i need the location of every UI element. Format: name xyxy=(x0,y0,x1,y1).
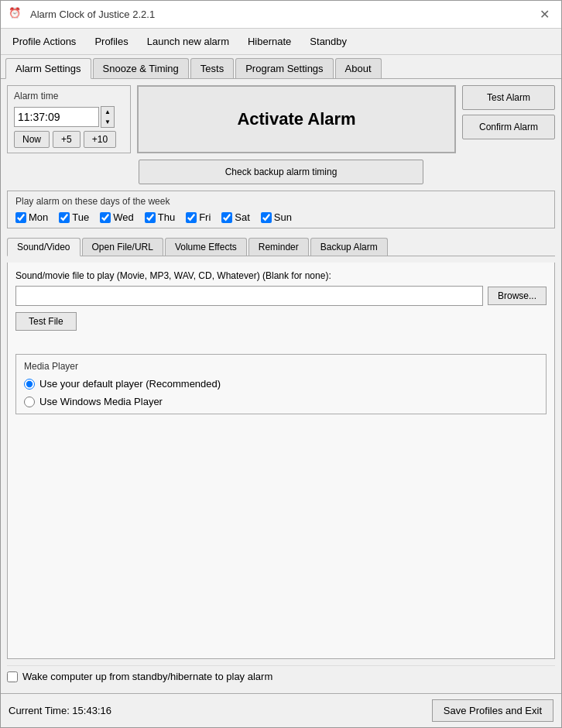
window-title: Alarm Clock of Justice 2.2.1 xyxy=(30,9,155,20)
check-backup-button[interactable]: Check backup alarm timing xyxy=(139,160,423,184)
day-fri-label: Fri xyxy=(199,211,211,223)
close-button[interactable]: ✕ xyxy=(535,5,553,24)
day-mon-checkbox[interactable] xyxy=(15,212,26,223)
radio-default-player-input[interactable] xyxy=(24,379,35,390)
day-fri[interactable]: Fri xyxy=(186,211,211,223)
day-tue-label: Tue xyxy=(72,211,89,223)
menu-item-profile-actions[interactable]: Profile Actions xyxy=(4,32,84,51)
wake-checkbox[interactable] xyxy=(7,671,18,682)
inner-tab-sound-video[interactable]: Sound/Video xyxy=(7,238,81,256)
spinner-up-button[interactable]: ▲ xyxy=(101,107,114,117)
radio-default-player[interactable]: Use your default player (Recommended) xyxy=(24,378,538,390)
tab-program-settings[interactable]: Program Settings xyxy=(235,58,333,78)
wake-row: Wake computer up from standby/hibernate … xyxy=(7,665,555,687)
day-mon-label: Mon xyxy=(29,211,48,223)
menu-item-standby[interactable]: Standby xyxy=(301,32,355,51)
spinner-down-button[interactable]: ▼ xyxy=(101,117,114,127)
day-mon[interactable]: Mon xyxy=(15,211,48,223)
media-player-group: Media Player Use your default player (Re… xyxy=(15,354,547,414)
day-wed[interactable]: Wed xyxy=(100,211,134,223)
wake-label: Wake computer up from standby/hibernate … xyxy=(22,671,272,682)
days-row: Mon Tue Wed Thu Fri xyxy=(15,211,547,223)
menu-item-hibernate[interactable]: Hibernate xyxy=(239,32,300,51)
browse-button[interactable]: Browse... xyxy=(488,287,547,305)
alarm-time-input-row: ▲ ▼ xyxy=(14,106,124,128)
days-group: Play alarm on these days of the week Mon… xyxy=(7,191,555,228)
save-exit-button[interactable]: Save Profiles and Exit xyxy=(432,699,553,722)
file-row: Browse... xyxy=(15,286,547,306)
menu-item-launch-new-alarm[interactable]: Launch new alarm xyxy=(139,32,238,51)
day-fri-checkbox[interactable] xyxy=(186,212,197,223)
day-sun-checkbox[interactable] xyxy=(261,212,272,223)
inner-tab-bar: Sound/Video Open File/URL Volume Effects… xyxy=(7,238,555,256)
inner-content: Sound/movie file to play (Movie, MP3, WA… xyxy=(7,263,555,659)
main-content: Alarm time ▲ ▼ Now +5 +10 Activate Alarm xyxy=(1,79,561,693)
day-sat-checkbox[interactable] xyxy=(221,212,232,223)
menu-bar: Profile Actions Profiles Launch new alar… xyxy=(1,29,561,55)
day-thu[interactable]: Thu xyxy=(145,211,175,223)
sound-file-label: Sound/movie file to play (Movie, MP3, WA… xyxy=(15,270,547,281)
plus10-button[interactable]: +10 xyxy=(84,131,116,148)
status-bar: Current Time: 15:43:16 Save Profiles and… xyxy=(1,693,561,727)
inner-tab-volume-effects[interactable]: Volume Effects xyxy=(165,238,247,256)
day-thu-label: Thu xyxy=(158,211,175,223)
tab-tests[interactable]: Tests xyxy=(190,58,234,78)
activate-alarm-button[interactable]: Activate Alarm xyxy=(137,85,456,153)
file-path-input[interactable] xyxy=(15,286,483,306)
right-buttons: Test Alarm Confirm Alarm xyxy=(462,85,555,153)
outer-tab-bar: Alarm Settings Snooze & Timing Tests Pro… xyxy=(1,55,561,79)
days-label: Play alarm on these days of the week xyxy=(15,196,547,207)
day-tue[interactable]: Tue xyxy=(59,211,89,223)
alarm-time-label: Alarm time xyxy=(14,91,124,101)
media-player-label: Media Player xyxy=(24,361,538,372)
app-icon: ⏰ xyxy=(9,7,24,22)
tab-snooze-timing[interactable]: Snooze & Timing xyxy=(93,58,189,78)
day-thu-checkbox[interactable] xyxy=(145,212,156,223)
radio-windows-media-player-label: Use Windows Media Player xyxy=(39,396,163,407)
day-sat-label: Sat xyxy=(235,211,250,223)
confirm-alarm-button[interactable]: Confirm Alarm xyxy=(462,115,555,139)
radio-default-player-label: Use your default player (Recommended) xyxy=(39,378,221,390)
day-wed-checkbox[interactable] xyxy=(100,212,111,223)
alarm-time-input[interactable] xyxy=(14,107,99,127)
inner-tab-reminder[interactable]: Reminder xyxy=(248,238,309,256)
day-sun-label: Sun xyxy=(274,211,292,223)
spinner-buttons: ▲ ▼ xyxy=(101,106,115,128)
alarm-time-group: Alarm time ▲ ▼ Now +5 +10 xyxy=(7,85,131,153)
test-alarm-button[interactable]: Test Alarm xyxy=(462,85,555,110)
title-bar: ⏰ Alarm Clock of Justice 2.2.1 ✕ xyxy=(1,1,561,29)
plus5-button[interactable]: +5 xyxy=(53,131,81,148)
tab-about[interactable]: About xyxy=(335,58,382,78)
radio-windows-media-player[interactable]: Use Windows Media Player xyxy=(24,396,538,407)
now-button[interactable]: Now xyxy=(14,131,50,148)
menu-item-profiles[interactable]: Profiles xyxy=(86,32,136,51)
current-time: Current Time: 15:43:16 xyxy=(9,705,111,716)
inner-tab-backup-alarm[interactable]: Backup Alarm xyxy=(310,238,388,256)
quick-buttons: Now +5 +10 xyxy=(14,131,124,148)
day-sun[interactable]: Sun xyxy=(261,211,292,223)
test-file-button[interactable]: Test File xyxy=(15,312,77,331)
top-row: Alarm time ▲ ▼ Now +5 +10 Activate Alarm xyxy=(7,85,555,153)
day-tue-checkbox[interactable] xyxy=(59,212,70,223)
radio-windows-media-player-input[interactable] xyxy=(24,397,35,407)
day-sat[interactable]: Sat xyxy=(221,211,250,223)
day-wed-label: Wed xyxy=(113,211,134,223)
tab-alarm-settings[interactable]: Alarm Settings xyxy=(5,58,91,79)
inner-tab-open-file-url[interactable]: Open File/URL xyxy=(82,238,163,256)
